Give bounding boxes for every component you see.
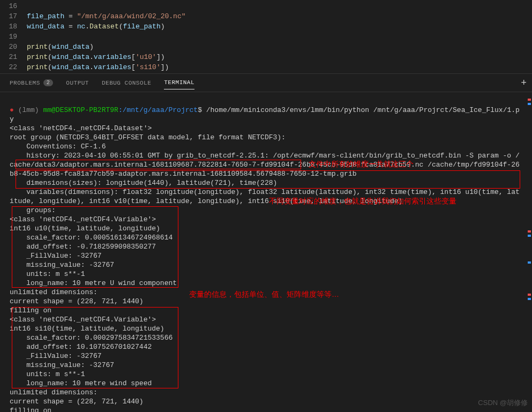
output-line: missing_value: -32767	[10, 361, 114, 369]
output-line: add_offset: -0.7182599098350277	[10, 243, 156, 251]
minimap-scroll[interactable]	[528, 91, 531, 407]
code-editor[interactable]: 1617file_path = "/mnt/g/aaa/wind/02_20.n…	[0, 0, 532, 73]
tab-output[interactable]: OUTPUT	[66, 80, 89, 86]
panel-tabs: PROBLEMS 2 OUTPUT DEBUG CONSOLE TERMINAL…	[0, 73, 532, 92]
code-content[interactable]	[27, 32, 532, 42]
line-number: 16	[0, 1, 27, 11]
code-content[interactable]: print(wind_data)	[27, 42, 532, 52]
output-line: <class 'netCDF4._netCDF4.Variable'>	[10, 316, 156, 324]
output-line: _FillValue: -32767	[10, 252, 102, 260]
line-number: 20	[0, 42, 27, 52]
user-host: mm@DESKTOP-PB2RT9R	[43, 106, 118, 114]
output-line: dimensions(sizes): longitude(1440), lati…	[10, 179, 277, 187]
output-line: current shape = (228, 721, 1440)	[10, 297, 144, 305]
code-content[interactable]	[27, 1, 532, 11]
output-line: current shape = (228, 721, 1440)	[10, 398, 144, 406]
code-line[interactable]: 18wind_data = nc.Dataset(file_path)	[0, 21, 532, 32]
output-line: scale_factor: 0.0002975834721533566	[10, 334, 173, 342]
cwd: :/mnt/g/aaa/Projrct	[118, 106, 198, 114]
output-line: filling on	[10, 306, 51, 314]
line-number: 17	[0, 11, 27, 21]
add-terminal-icon[interactable]: +	[521, 78, 527, 88]
output-line: units: m s**-1	[10, 370, 85, 378]
output-line: missing_value: -32767	[10, 261, 114, 269]
output-line: _FillValue: -32767	[10, 352, 102, 360]
tab-debug-console[interactable]: DEBUG CONSOLE	[102, 80, 151, 86]
output-line: Conventions: CF-1.6	[10, 143, 106, 151]
code-line[interactable]: 16	[0, 1, 532, 11]
line-number: 18	[0, 21, 27, 32]
output-line: <class 'netCDF4._netCDF4.Variable'>	[10, 215, 156, 223]
output-line: variables(dimensions): float32 longitude…	[10, 188, 520, 205]
code-content[interactable]: file_path = "/mnt/g/aaa/wind/02_20.nc"	[27, 11, 532, 21]
code-content[interactable]: wind_data = nc.Dataset(file_path)	[27, 21, 532, 32]
code-line[interactable]: 21print(wind_data.variables['u10'])	[0, 52, 532, 62]
terminal-output[interactable]: ● (lmm) mm@DESKTOP-PB2RT9R:/mnt/g/aaa/Pr…	[0, 92, 532, 412]
output-line: int16 u10(time, latitude, longitude)	[10, 224, 160, 233]
output-line: root group (NETCDF3_64BIT_OFFSET data mo…	[10, 133, 286, 141]
output-line: add_offset: 10.107526701027442	[10, 343, 152, 351]
output-line: <class 'netCDF4._netCDF4.Dataset'>	[10, 124, 152, 132]
code-line[interactable]: 20print(wind_data)	[0, 42, 532, 52]
watermark: CSDN @胡修修	[478, 398, 528, 408]
output-line: unlimited dimensions:	[10, 288, 98, 296]
output-line: groups:	[10, 206, 56, 214]
prompt-indicator: ●	[10, 106, 14, 114]
output-line: unlimited dimensions:	[10, 388, 98, 396]
code-content[interactable]: print(wind_data.variables['si10'])	[27, 62, 532, 72]
output-line: long_name: 10 metre U wind component	[10, 279, 177, 287]
output-line: filling on	[10, 407, 51, 412]
code-content[interactable]: print(wind_data.variables['u10'])	[27, 52, 532, 62]
code-line[interactable]: 17file_path = "/mnt/g/aaa/wind/02_20.nc"	[0, 11, 532, 21]
output-line: units: m s**-1	[10, 270, 85, 278]
line-number: 19	[0, 32, 27, 42]
line-number: 21	[0, 52, 27, 62]
tab-terminal[interactable]: TERMINAL	[164, 79, 194, 89]
output-line: long_name: 10 metre wind speed	[10, 379, 152, 387]
code-line[interactable]: 19	[0, 32, 532, 42]
output-line: int16 si10(time, latitude, longitude)	[10, 325, 164, 333]
code-line[interactable]: 22print(wind_data.variables['si10'])	[0, 62, 532, 72]
problems-badge: 2	[43, 79, 54, 86]
line-number: 22	[0, 62, 27, 72]
conda-env: (lmm)	[18, 106, 39, 114]
prompt-dollar: $	[198, 106, 202, 114]
tab-problems[interactable]: PROBLEMS 2	[10, 79, 53, 86]
output-line: history: 2023-04-10 06:55:01 GMT by grib…	[10, 152, 520, 178]
output-line: scale_factor: 0.0005161346724968614	[10, 234, 173, 242]
